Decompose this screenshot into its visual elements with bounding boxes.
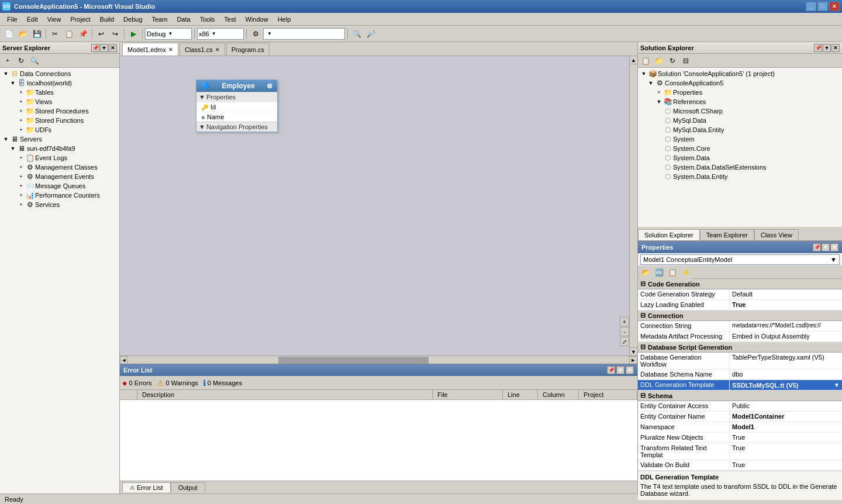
refresh-button[interactable]: ↻	[15, 54, 27, 67]
vertical-scrollbar[interactable]: ▲ ▼	[629, 56, 637, 355]
menu-data[interactable]: Data	[172, 15, 195, 24]
menu-test[interactable]: Test	[219, 15, 240, 24]
expand-icon[interactable]: +	[18, 164, 25, 171]
expand-icon[interactable]: ▼	[647, 80, 654, 87]
minimize-button[interactable]: _	[806, 2, 816, 11]
properties-node[interactable]: + 📁 Properties	[639, 88, 841, 97]
menu-tools[interactable]: Tools	[195, 15, 220, 24]
ref-system-core[interactable]: ⬡ System.Core	[639, 144, 841, 153]
alphabetical-button[interactable]: 🔤	[653, 266, 665, 279]
stored-functions-node[interactable]: + 📁 Stored Functions	[1, 116, 118, 125]
prop-connection-string[interactable]: Connection String metadata=res://*Model1…	[638, 321, 842, 332]
prop-entity-container-access[interactable]: Entity Container Access Public	[638, 401, 842, 412]
menu-file[interactable]: File	[2, 15, 22, 24]
entity-collapse-button[interactable]: ⊗	[267, 82, 272, 90]
expand-icon[interactable]: ▼	[9, 145, 16, 152]
prop-lazy-loading[interactable]: Lazy Loading Enabled True	[638, 300, 842, 310]
tab-team-explorer[interactable]: Team Explorer	[700, 229, 754, 240]
prop-ddl-generation[interactable]: DDL Generation Template SSDLToMySQL.tt (…	[638, 380, 842, 391]
window-controls[interactable]: _ □ ✕	[806, 2, 840, 11]
expand-button[interactable]: ▼	[616, 366, 624, 374]
ref-system[interactable]: ⬡ System	[639, 134, 841, 144]
scroll-thumb[interactable]	[278, 357, 429, 364]
stored-procedures-node[interactable]: + 📁 Stored Procedures	[1, 106, 118, 116]
tab-class-view[interactable]: Class View	[754, 229, 799, 240]
tab-model1-edmx[interactable]: Model1.edmx ✕	[122, 43, 178, 56]
tables-node[interactable]: + 📁 Tables	[1, 88, 118, 97]
data-connections-node[interactable]: ▼ ⊟ Data Connections	[1, 69, 118, 78]
horizontal-scrollbar[interactable]: ◄ ►	[120, 355, 637, 364]
sol-explorer-controls[interactable]: 📌 ▼ ✕	[814, 44, 840, 52]
performance-counters-node[interactable]: + 📊 Performance Counters	[1, 191, 118, 200]
management-events-node[interactable]: + ⚙ Management Events	[1, 172, 118, 181]
menu-debug[interactable]: Debug	[119, 15, 147, 24]
tab-close-button[interactable]: ✕	[168, 47, 173, 53]
expand-icon[interactable]: +	[18, 201, 25, 208]
field-name[interactable]: ■ Name	[196, 112, 277, 122]
pin-button[interactable]: 📌	[607, 366, 615, 374]
ref-system-data[interactable]: ⬡ System.Data	[639, 153, 841, 163]
close-button[interactable]: ✕	[831, 44, 840, 52]
menu-team[interactable]: Team	[147, 15, 172, 24]
expand-icon[interactable]: +	[18, 98, 25, 105]
expand-icon[interactable]: ▼	[640, 70, 647, 77]
cut-button[interactable]: ✂	[49, 27, 61, 40]
save-button[interactable]: 💾	[30, 27, 43, 40]
redo-button[interactable]: ↪	[109, 27, 122, 40]
menu-edit[interactable]: Edit	[22, 15, 43, 24]
undo-button[interactable]: ↩	[95, 27, 108, 40]
col-column[interactable]: Column	[538, 390, 579, 399]
categorized-button[interactable]: 📂	[639, 266, 652, 279]
servers-node[interactable]: ▼ 🖥 Servers	[1, 134, 118, 144]
scroll-down-button[interactable]: ▼	[630, 347, 637, 355]
solution-root-node[interactable]: ▼ 📦 Solution 'ConsoleApplication5' (1 pr…	[639, 69, 841, 78]
prop-transform-text[interactable]: Transform Related Text Templat True	[638, 443, 842, 460]
tab-program-cs[interactable]: Program.cs	[226, 43, 270, 56]
error-list-controls[interactable]: 📌 ▼ ✕	[607, 366, 634, 374]
collapse-icon[interactable]: ▼	[199, 94, 205, 101]
expand-icon[interactable]: +	[18, 192, 25, 199]
localhost-node[interactable]: ▼ 🗄 localhost(world)	[1, 78, 118, 88]
tab-error-list[interactable]: ⚠ Error List	[122, 482, 171, 492]
views-node[interactable]: + 📁 Views	[1, 97, 118, 106]
scroll-left-button[interactable]: ◄	[120, 356, 128, 364]
tab-output[interactable]: Output	[171, 482, 205, 492]
paste-button[interactable]: 📌	[77, 27, 89, 40]
zoom-in-button[interactable]: +	[620, 317, 629, 326]
new-project-button[interactable]: 📄	[2, 27, 15, 40]
section-collapse[interactable]: ⊟	[640, 312, 646, 319]
platform-dropdown[interactable]: x86 ▼	[197, 28, 244, 40]
expand-icon[interactable]: ▼	[2, 136, 9, 143]
close-button[interactable]: ✕	[626, 366, 634, 374]
props-button[interactable]: 📋	[666, 266, 679, 279]
scroll-right-button[interactable]: ►	[629, 356, 637, 364]
management-classes-node[interactable]: + ⚙ Management Classes	[1, 163, 118, 172]
close-panel-button[interactable]: ✕	[109, 44, 117, 52]
section-collapse[interactable]: ⊟	[640, 343, 646, 351]
menu-view[interactable]: View	[43, 15, 66, 24]
tab-solution-explorer[interactable]: Solution Explorer	[638, 229, 700, 240]
fit-button[interactable]: ⤢	[620, 337, 629, 346]
expand-icon[interactable]: +	[18, 126, 25, 133]
project-node[interactable]: ▼ ⚙ ConsoleApplication5	[639, 78, 841, 88]
settings-button[interactable]: ⚙	[249, 27, 262, 40]
collapse-icon[interactable]: ▼	[199, 123, 205, 130]
maximize-button[interactable]: □	[817, 2, 828, 11]
ref-microsoft-csharp[interactable]: ⬡ Microsoft.CSharp	[639, 106, 841, 116]
expand-icon[interactable]: +	[18, 117, 25, 124]
debug-mode-dropdown[interactable]: Debug ▼	[145, 28, 192, 40]
expand-icon[interactable]: +	[18, 154, 25, 161]
config-dropdown[interactable]: ▼	[263, 28, 345, 40]
server-name-node[interactable]: ▼ 🖥 sun-edf7d4b4fa9	[1, 144, 118, 153]
udfs-node[interactable]: + 📁 UDFs	[1, 125, 118, 134]
expand-icon[interactable]: +	[18, 182, 25, 189]
menu-project[interactable]: Project	[65, 15, 95, 24]
pin-button[interactable]: 📌	[814, 44, 822, 52]
prop-db-schema-name[interactable]: Database Schema Name dbo	[638, 370, 842, 380]
menu-help[interactable]: Help	[273, 15, 296, 24]
model-dropdown[interactable]: Model1 ConceptualEntityModel ▼	[640, 254, 840, 265]
expand-icon[interactable]: +	[18, 89, 25, 96]
expand-icon[interactable]: ▼	[2, 70, 9, 77]
section-collapse[interactable]: ⊟	[640, 280, 646, 288]
menu-window[interactable]: Window	[241, 15, 273, 24]
